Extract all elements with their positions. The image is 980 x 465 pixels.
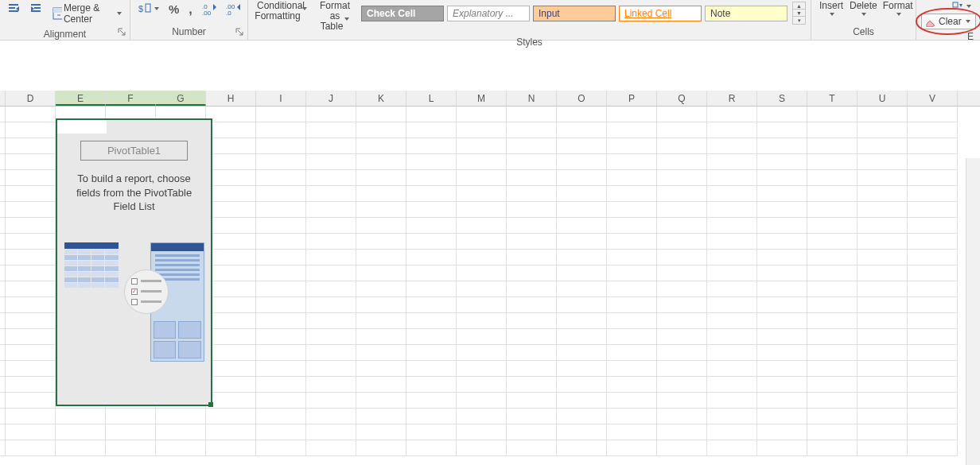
group-title-cells: Cells <box>816 25 911 40</box>
svg-rect-1 <box>9 7 15 9</box>
column-header[interactable]: P <box>607 91 657 106</box>
increase-decimal-button[interactable]: .0.00 <box>199 0 220 17</box>
fill-down-icon <box>952 2 963 11</box>
svg-rect-9 <box>53 8 62 13</box>
svg-marker-18 <box>237 4 240 10</box>
vertical-scrollbar[interactable] <box>966 158 980 465</box>
pivot-table-placeholder[interactable]: PivotTable1 To build a report, choose fi… <box>56 118 212 406</box>
percent-icon: % <box>169 2 179 16</box>
svg-marker-21 <box>927 21 935 27</box>
column-header[interactable]: G <box>156 91 206 106</box>
percent-button[interactable]: % <box>165 0 182 18</box>
chevron-down-icon <box>861 13 866 16</box>
column-header[interactable]: O <box>557 91 607 106</box>
merge-center-button[interactable]: Merge & Center <box>49 0 125 27</box>
conditional-formatting-button[interactable]: ConditionalFormatting <box>253 0 309 24</box>
chevron-down-icon <box>966 5 971 8</box>
svg-text:.00: .00 <box>202 10 212 15</box>
pivot-message: To build a report, choose fields from th… <box>65 172 203 214</box>
column-header[interactable]: Q <box>657 91 707 106</box>
style-check-cell[interactable]: Check Cell <box>361 6 444 21</box>
accounting-format-button[interactable]: $ <box>135 0 162 17</box>
chevron-down-icon <box>344 17 349 32</box>
chevron-down-icon <box>896 13 901 16</box>
column-header[interactable]: N <box>507 91 557 106</box>
svg-rect-6 <box>31 10 41 12</box>
decrease-decimal-button[interactable]: .00.0 <box>223 0 243 17</box>
chevron-down-icon <box>830 13 834 16</box>
group-styles: ConditionalFormatting Format asTable Che… <box>248 0 811 40</box>
spreadsheet-grid[interactable]: DEFGHIJKLMNOPQRSTUV PivotTable1 To build… <box>0 91 980 465</box>
column-header[interactable]: U <box>858 91 908 106</box>
svg-marker-15 <box>213 4 216 10</box>
chevron-down-icon <box>117 12 122 15</box>
currency-icon: $ <box>138 2 151 15</box>
gallery-more-icon[interactable]: ▾ <box>793 17 805 24</box>
style-explanatory[interactable]: Explanatory ... <box>447 6 530 21</box>
column-header[interactable]: M <box>457 91 507 106</box>
style-input[interactable]: Input <box>533 6 616 21</box>
decrease-indent-icon <box>8 2 21 15</box>
column-header[interactable] <box>0 91 6 106</box>
fill-button[interactable] <box>948 1 975 12</box>
svg-rect-19 <box>953 2 958 7</box>
alignment-dialog-launcher[interactable] <box>116 26 127 37</box>
increase-decimal-icon: .0.00 <box>202 2 216 15</box>
column-header[interactable]: F <box>106 91 156 106</box>
format-as-table-button[interactable]: Format asTable <box>312 0 358 35</box>
comma-icon: , <box>189 2 192 17</box>
delete-button[interactable]: Delete <box>846 0 881 18</box>
svg-rect-4 <box>31 4 41 6</box>
column-header[interactable]: H <box>206 91 256 106</box>
pivot-corner <box>57 120 107 134</box>
group-title-editing: E <box>921 29 975 45</box>
svg-marker-20 <box>959 4 962 7</box>
clear-button[interactable]: Clear <box>921 14 976 29</box>
column-header[interactable]: T <box>807 91 858 106</box>
column-headers[interactable]: DEFGHIJKLMNOPQRSTUV <box>0 91 980 107</box>
increase-indent-button[interactable] <box>27 0 46 17</box>
style-linked-cell[interactable]: Linked Cell <box>619 6 702 21</box>
group-cells: Insert Delete Format Cells <box>811 0 916 40</box>
group-alignment: Merge & Center Alignment <box>0 0 130 40</box>
gallery-scroll[interactable]: ▲ ▼ ▾ <box>792 2 806 25</box>
svg-rect-12 <box>146 4 150 12</box>
mini-table-icon <box>64 242 119 288</box>
column-header[interactable]: L <box>406 91 457 106</box>
comma-button[interactable]: , <box>185 0 195 19</box>
group-title-number: Number <box>135 25 243 40</box>
chevron-down-icon <box>154 7 159 10</box>
decrease-decimal-icon: .00.0 <box>226 2 240 15</box>
format-button[interactable]: Format <box>881 0 916 18</box>
gallery-down-icon[interactable]: ▼ <box>793 10 805 17</box>
decrease-indent-button[interactable] <box>5 0 24 17</box>
group-editing: Clear E <box>916 0 980 40</box>
cell-styles-gallery: Check Cell Explanatory ... Input Linked … <box>361 0 806 25</box>
group-number: $ % , .0.00 .00.0 Number <box>130 0 248 40</box>
svg-text:.0: .0 <box>226 10 231 15</box>
svg-text:$: $ <box>138 4 143 14</box>
gallery-up-icon[interactable]: ▲ <box>793 2 805 10</box>
chevron-down-icon <box>966 20 970 23</box>
dialog-launcher-icon <box>118 28 126 36</box>
column-header[interactable]: D <box>6 91 56 106</box>
pivot-illustration: ✓ <box>64 242 204 362</box>
column-header[interactable]: R <box>707 91 757 106</box>
selection-handle[interactable] <box>208 402 213 407</box>
ribbon: Merge & Center Alignment $ % , .0.00 <box>0 0 980 41</box>
column-header[interactable]: V <box>908 91 958 106</box>
column-header[interactable]: J <box>306 91 356 106</box>
increase-indent-icon <box>30 2 43 15</box>
eraser-icon <box>925 16 936 27</box>
column-header[interactable]: I <box>256 91 306 106</box>
svg-rect-0 <box>9 4 18 6</box>
column-header[interactable]: S <box>757 91 807 106</box>
field-checkbox-icon: ✓ <box>124 269 169 314</box>
column-header[interactable]: E <box>56 91 106 106</box>
column-header[interactable]: K <box>356 91 406 106</box>
style-note[interactable]: Note <box>705 6 788 21</box>
insert-button[interactable]: Insert <box>816 0 846 18</box>
svg-rect-5 <box>34 7 41 9</box>
merge-center-label: Merge & Center <box>64 2 114 25</box>
number-dialog-launcher[interactable] <box>234 26 245 37</box>
